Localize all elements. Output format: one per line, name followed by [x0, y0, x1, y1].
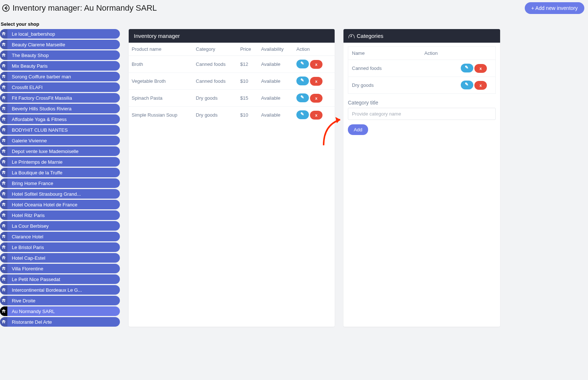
shop-item[interactable]: La Boutique de la Truffe: [0, 168, 120, 177]
back-icon[interactable]: [2, 4, 10, 12]
shop-item-label: Bring Home France: [7, 181, 53, 186]
shop-item-label: Beverly Hills Studios Riviera: [7, 106, 72, 111]
shop-item[interactable]: Le Petit Nice Passedat: [0, 274, 120, 284]
cell-category: Canned foods: [193, 73, 238, 90]
shop-item-label: Le Printemps de Marnie: [7, 159, 63, 165]
shop-item-label: Le local_barbershop: [7, 31, 55, 37]
shop-item[interactable]: Intercontinental Bordeaux Le G...: [0, 285, 120, 295]
shop-item[interactable]: Le Bristol Paris: [0, 242, 120, 252]
delete-button[interactable]: x: [310, 60, 322, 69]
shop-item-label: Fit Factory CrossFit Massilia: [7, 95, 72, 101]
inventory-card-title: Inventory manager: [134, 33, 180, 39]
cell-name: Canned foods: [348, 60, 421, 77]
cell-category: Canned foods: [193, 56, 238, 73]
delete-button[interactable]: x: [474, 64, 487, 73]
shop-item[interactable]: Crossfit ELAFI: [0, 82, 120, 92]
shop-item-label: Hotel Sofitel Strasbourg Grand...: [7, 191, 81, 197]
shop-item[interactable]: Sorong Coiffure barber man: [0, 72, 120, 81]
shop-item-label: Rive Droite: [7, 298, 35, 303]
edit-button[interactable]: [461, 64, 473, 72]
shop-item[interactable]: Clarance Hotel: [0, 232, 120, 241]
shop-item[interactable]: Galerie Vivienne: [0, 136, 120, 145]
shop-item[interactable]: Beverly Hills Studios Riviera: [0, 104, 120, 113]
shop-icon: [0, 296, 7, 305]
cell-action: x: [293, 73, 335, 90]
shop-item[interactable]: Hotel Sofitel Strasbourg Grand...: [0, 189, 120, 199]
cat-col-name: Name: [348, 47, 421, 60]
cell-availability: Available: [258, 73, 293, 90]
shop-item[interactable]: BODYHIT CLUB NANTES: [0, 125, 120, 135]
shop-icon: [0, 50, 7, 60]
shop-item[interactable]: Hotel Ritz Paris: [0, 210, 120, 220]
cell-action: x: [293, 107, 335, 124]
shop-item-label: Villa Florentine: [7, 266, 43, 271]
category-title-input[interactable]: [348, 108, 496, 120]
table-row: Canned foodsx: [348, 60, 496, 77]
shop-icon: [0, 253, 7, 263]
shop-item-label: Clarance Hotel: [7, 234, 43, 239]
shop-icon: [0, 264, 7, 273]
cell-category: Dry goods: [193, 90, 238, 107]
delete-button[interactable]: x: [474, 81, 487, 90]
shop-item[interactable]: Hotel Cap-Estel: [0, 253, 120, 263]
delete-button[interactable]: x: [310, 77, 322, 86]
shop-item-label: Mix Beauty Paris: [7, 63, 48, 69]
shop-item[interactable]: The Beauty Shop: [0, 50, 120, 60]
shop-item-label: La Cour Berbisey: [7, 223, 49, 229]
shop-icon: [0, 146, 7, 156]
table-row: Vegetable BrothCanned foods$10Availablex: [129, 73, 335, 90]
select-shop-label: Select your shop: [0, 16, 588, 29]
shop-item[interactable]: Depot vente luxe Mademoiselle: [0, 146, 120, 156]
cell-price: $10: [237, 107, 258, 124]
shop-item-label: BODYHIT CLUB NANTES: [7, 127, 68, 133]
edit-button[interactable]: [461, 81, 473, 89]
cell-product: Vegetable Broth: [129, 73, 193, 90]
cell-availability: Available: [258, 90, 293, 107]
shop-icon: [0, 210, 7, 220]
col-action: Action: [293, 43, 335, 56]
shop-item[interactable]: Au Normandy SARL: [0, 306, 120, 316]
delete-button[interactable]: x: [310, 94, 322, 103]
shop-item[interactable]: Villa Florentine: [0, 264, 120, 273]
shop-item[interactable]: Beauty Clarene Marseille: [0, 40, 120, 49]
shop-item[interactable]: Mix Beauty Paris: [0, 61, 120, 71]
pencil-icon: [465, 83, 469, 87]
shop-item[interactable]: Le Printemps de Marnie: [0, 157, 120, 167]
shop-item-label: Hotel Oceania Hotel de France: [7, 202, 77, 207]
shop-icon: [0, 306, 7, 316]
col-price: Price: [237, 43, 258, 56]
cell-price: $15: [237, 90, 258, 107]
shop-item[interactable]: Ristorante Del Arte: [0, 317, 120, 327]
cat-col-action: Action: [421, 47, 495, 60]
edit-button[interactable]: [296, 60, 309, 68]
shop-item[interactable]: Rive Droite: [0, 296, 120, 305]
cell-price: $10: [237, 73, 258, 90]
add-category-button[interactable]: Add: [348, 124, 368, 135]
shop-item-label: Beauty Clarene Marseille: [7, 42, 65, 47]
inventory-card-header: Inventory manager: [129, 29, 335, 43]
add-inventory-button[interactable]: + Add new inventory: [525, 2, 584, 14]
edit-button[interactable]: [296, 110, 309, 119]
edit-button[interactable]: [296, 93, 309, 102]
table-row: BrothCanned foods$12Availablex: [129, 56, 335, 73]
shop-item-label: Hotel Ritz Paris: [7, 213, 45, 218]
col-category: Category: [193, 43, 238, 56]
shop-item[interactable]: Bring Home France: [0, 178, 120, 188]
shop-item-label: Crossfit ELAFI: [7, 85, 43, 90]
shop-item[interactable]: Hotel Oceania Hotel de France: [0, 200, 120, 209]
shop-item[interactable]: Le local_barbershop: [0, 29, 120, 39]
cell-action: x: [421, 77, 495, 94]
shop-item[interactable]: Fit Factory CrossFit Massilia: [0, 93, 120, 103]
table-row: Simple Russian SoupDry goods$10Available…: [129, 107, 335, 124]
shop-item-label: Affordable Yoga & Fitness: [7, 117, 67, 122]
shop-icon: [0, 285, 7, 295]
shop-item[interactable]: Affordable Yoga & Fitness: [0, 114, 120, 124]
page-title: Inventory manager: Au Normandy SARL: [13, 3, 157, 13]
delete-button[interactable]: x: [310, 111, 322, 120]
cell-availability: Available: [258, 56, 293, 73]
cell-product: Simple Russian Soup: [129, 107, 193, 124]
category-title-label: Category title: [348, 100, 496, 106]
shop-item[interactable]: La Cour Berbisey: [0, 221, 120, 231]
edit-button[interactable]: [296, 77, 309, 85]
cell-price: $12: [237, 56, 258, 73]
